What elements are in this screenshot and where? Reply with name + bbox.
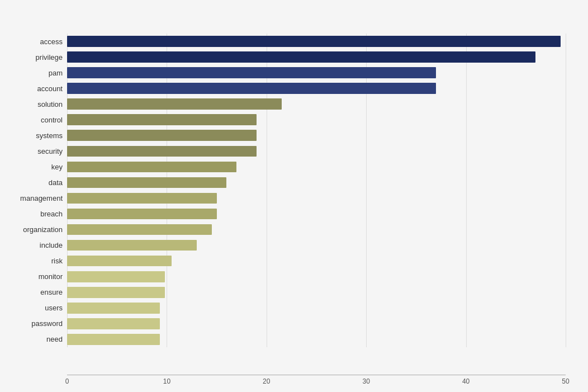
bar-row: users: [67, 300, 566, 316]
bar-row: security: [67, 143, 566, 159]
bar: [67, 271, 165, 282]
x-axis: 01020304050: [67, 375, 566, 392]
bar: [67, 177, 226, 188]
bar-row: systems: [67, 127, 566, 143]
x-tick: 50: [562, 377, 569, 385]
bar-label: solution: [6, 100, 67, 108]
bar-label: systems: [6, 131, 67, 140]
x-tick: 30: [363, 377, 370, 385]
bar-row: key: [67, 159, 566, 174]
chart-area: accessprivilegepamaccountsolutioncontrol…: [67, 34, 566, 347]
grid-line: [566, 34, 566, 347]
bar-label: key: [6, 163, 67, 171]
bar: [67, 256, 172, 267]
bar-label: ensure: [6, 288, 67, 296]
bar-label: include: [6, 241, 67, 249]
bar: [67, 83, 436, 94]
bar: [67, 318, 160, 329]
bar-row: account: [67, 81, 566, 96]
bar-row: ensure: [67, 285, 566, 300]
bar: [67, 67, 436, 78]
bar-label: management: [6, 194, 67, 202]
bar-label: pam: [6, 69, 67, 77]
x-tick: 40: [462, 377, 470, 385]
bar-label: monitor: [6, 272, 67, 281]
bar: [67, 287, 165, 298]
bar-row: password: [67, 316, 566, 332]
bar-row: breach: [67, 206, 566, 222]
bar: [67, 334, 160, 345]
bar-label: breach: [6, 210, 67, 218]
bar: [67, 193, 217, 204]
bar: [67, 51, 535, 63]
bar: [67, 224, 212, 235]
bar-row: access: [67, 34, 566, 49]
bar-label: account: [6, 84, 67, 93]
bar-row: organization: [67, 222, 566, 238]
x-tick: 0: [65, 377, 69, 385]
bar-label: need: [6, 335, 67, 343]
bar-label: risk: [6, 257, 67, 265]
bar-row: include: [67, 238, 566, 253]
bar-label: privilege: [6, 53, 67, 62]
bar-row: management: [67, 190, 566, 206]
bar-label: access: [6, 37, 67, 46]
bar: [67, 209, 217, 220]
bars-wrapper: accessprivilegepamaccountsolutioncontrol…: [67, 34, 566, 347]
bar-row: solution: [67, 96, 566, 112]
bar: [67, 146, 257, 157]
bar-row: risk: [67, 253, 566, 269]
x-tick: 10: [163, 377, 170, 385]
bar-row: monitor: [67, 269, 566, 285]
bar-row: data: [67, 174, 566, 190]
bar-row: control: [67, 112, 566, 127]
bar-row: need: [67, 332, 566, 347]
chart-container: accessprivilegepamaccountsolutioncontrol…: [0, 0, 588, 392]
bar-row: privilege: [67, 49, 566, 65]
bar: [67, 303, 160, 314]
x-tick: 20: [263, 377, 270, 385]
bar-label: security: [6, 147, 67, 155]
bar-label: users: [6, 304, 67, 312]
bar: [67, 130, 257, 141]
bar: [67, 36, 561, 47]
bar-label: organization: [6, 225, 67, 234]
bar-label: password: [6, 319, 67, 328]
bar-row: pam: [67, 65, 566, 81]
bar-label: control: [6, 116, 67, 124]
bar: [67, 162, 236, 173]
bar: [67, 98, 282, 110]
bar: [67, 240, 197, 251]
bar-label: data: [6, 178, 67, 187]
bar: [67, 114, 257, 125]
